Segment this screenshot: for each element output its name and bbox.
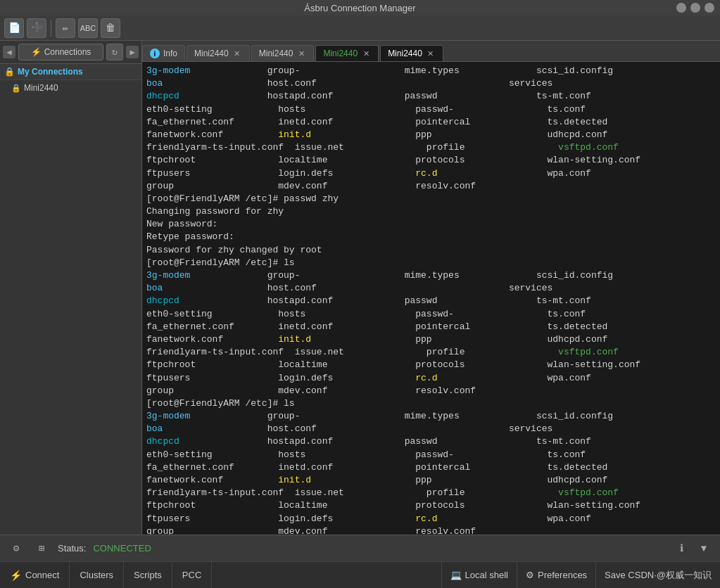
statusbar-info-button[interactable]: ℹ <box>672 539 690 558</box>
terminal-line: 3g-modem group- mime.types scsi_id.confi… <box>146 410 716 423</box>
terminal-line: dhcpcd hostapd.conf passwd ts-mt.conf <box>146 90 716 103</box>
window-controls <box>676 3 714 13</box>
terminal-line: ftpchroot localtime protocols wlan-setti… <box>146 154 716 167</box>
tab-mini2440-1[interactable]: Mini2440 ✕ <box>187 45 250 61</box>
my-connections-icon: 🔒 <box>4 67 15 77</box>
info-icon: i <box>150 49 160 58</box>
pcc-label: PCC <box>182 570 201 580</box>
connect-label: Connect <box>25 570 59 580</box>
terminal-line: Changing password for zhy <box>146 205 716 218</box>
terminal-line: friendlyarm-ts-input.conf issue.net prof… <box>146 141 716 154</box>
sidebar-item-mini2440[interactable]: 🔒 Mini2440 <box>0 80 141 96</box>
preferences-label: Preferences <box>538 570 587 580</box>
refresh-button[interactable]: ↻ <box>106 44 123 60</box>
terminal-line: [root@FriendlyARM /etc]# ls <box>146 397 716 410</box>
statusbar-settings-icon[interactable]: ⚙ <box>7 539 25 558</box>
tab-mini2440-3-label: Mini2440 <box>323 49 358 58</box>
connect-icon: ⚡ <box>10 570 22 581</box>
terminal-line: group mdev.conf resolv.conf <box>146 180 716 193</box>
tab-mini2440-4-close[interactable]: ✕ <box>426 49 436 58</box>
terminal-line: friendlyarm-ts-input.conf issue.net prof… <box>146 487 716 499</box>
edit-button[interactable]: ✏️ <box>56 18 75 38</box>
terminal-line: ftpusers login.defs rc.d wpa.conf <box>146 372 716 385</box>
tab-mini2440-2[interactable]: Mini2440 ✕ <box>251 45 315 61</box>
tab-mini2440-4-label: Mini2440 <box>388 49 422 58</box>
maximize-button[interactable] <box>690 3 700 13</box>
close-button[interactable] <box>705 3 714 13</box>
tab-mini2440-3-close[interactable]: ✕ <box>361 49 371 58</box>
toolbar-separator <box>51 20 51 37</box>
terminal-line: friendlyarm-ts-input.conf issue.net prof… <box>146 346 716 359</box>
terminal-line: Password for zhy changed by root <box>146 244 716 257</box>
nav-forward-button[interactable]: ▶ <box>126 46 139 58</box>
terminal-line: boa host.conf services <box>146 423 716 435</box>
tab-info[interactable]: i Info <box>142 45 185 61</box>
add-button[interactable]: ➕ <box>27 18 46 38</box>
delete-button[interactable]: 🗑 <box>101 18 120 38</box>
terminal-line: ftpusers login.defs rc.d wpa.conf <box>146 167 716 180</box>
terminal-line: dhcpcd hostapd.conf passwd ts-mt.conf <box>146 435 716 448</box>
terminal-line: boa host.conf services <box>146 282 716 295</box>
scripts-button[interactable]: Scripts <box>124 562 172 588</box>
terminal-line: 3g-modem group- mime.types scsi_id.confi… <box>146 65 716 77</box>
terminal-line: group mdev.conf resolv.conf <box>146 385 716 397</box>
bottombar-right: 💻 Local shell ⚙ Preferences Save CSDN·@权… <box>441 562 720 588</box>
terminal[interactable]: 3g-modem group- mime.types scsi_id.confi… <box>142 62 720 535</box>
terminal-line: New password: <box>146 218 716 231</box>
minimize-button[interactable] <box>676 3 686 13</box>
terminal-line: ftpusers login.defs rc.d wpa.conf <box>146 513 716 525</box>
pcc-button[interactable]: PCC <box>172 562 212 588</box>
save-button[interactable]: Save CSDN·@权威一知识 <box>595 562 720 588</box>
my-connections-section: 🔒 My Connections <box>0 64 141 80</box>
clusters-button[interactable]: Clusters <box>70 562 124 588</box>
new-button[interactable]: 📄 <box>4 18 24 38</box>
terminal-line: fanetwork.conf init.d ppp udhcpd.conf <box>146 333 716 346</box>
my-connections-label: My Connections <box>18 67 83 77</box>
statusbar: ⚙ ⊞ Status: CONNECTED ℹ ▼ <box>0 535 720 561</box>
terminal-line: dhcpcd hostapd.conf passwd ts-mt.conf <box>146 295 716 307</box>
tab-mini2440-2-close[interactable]: ✕ <box>296 49 306 58</box>
tab-mini2440-2-label: Mini2440 <box>259 49 293 58</box>
status-label: Status: <box>58 543 86 554</box>
terminal-line: fa_ethernet.conf inetd.conf pointercal t… <box>146 321 716 333</box>
lock-icon: 🔒 <box>11 84 21 93</box>
terminal-line: fanetwork.conf init.d ppp udhcpd.conf <box>146 474 716 487</box>
connect-button[interactable]: ⚡ Connect <box>0 562 70 588</box>
sidebar-nav: ◀ ⚡ Connections ↻ ▶ <box>0 41 141 64</box>
rename-button[interactable]: ABC <box>78 18 98 38</box>
preferences-button[interactable]: ⚙ Preferences <box>517 562 595 588</box>
connections-button[interactable]: ⚡ Connections <box>18 44 103 60</box>
statusbar-expand-icon[interactable]: ⊞ <box>32 539 51 558</box>
terminal-line: eth0-setting hosts passwd- ts.conf <box>146 103 716 116</box>
toolbar: 📄 ➕ ✏️ ABC 🗑 <box>0 15 720 41</box>
tab-mini2440-4[interactable]: Mini2440 ✕ <box>380 45 443 61</box>
nav-back-button[interactable]: ◀ <box>3 46 15 58</box>
clusters-label: Clusters <box>80 570 113 580</box>
terminal-line: ftpchroot localtime protocols wlan-setti… <box>146 359 716 371</box>
terminal-line: [root@FriendlyARM /etc]# passwd zhy <box>146 193 716 205</box>
connections-label: Connections <box>44 47 91 57</box>
sidebar: ◀ ⚡ Connections ↻ ▶ 🔒 My Connections 🔒 M… <box>0 41 142 535</box>
statusbar-down-button[interactable]: ▼ <box>695 539 713 558</box>
local-shell-label: Local shell <box>465 570 508 580</box>
terminal-line: [root@FriendlyARM /etc]# ls <box>146 257 716 269</box>
status-value: CONNECTED <box>93 543 151 554</box>
tab-mini2440-1-label: Mini2440 <box>194 49 229 58</box>
terminal-line: boa host.conf services <box>146 77 716 90</box>
save-label: Save CSDN·@权威一知识 <box>605 569 712 582</box>
terminal-line: fa_ethernet.conf inetd.conf pointercal t… <box>146 461 716 474</box>
local-shell-icon: 💻 <box>450 570 462 580</box>
content-area: i Info Mini2440 ✕ Mini2440 ✕ Mini2440 ✕ … <box>142 41 720 535</box>
preferences-icon: ⚙ <box>526 570 534 580</box>
tab-mini2440-3[interactable]: Mini2440 ✕ <box>315 45 379 61</box>
scripts-label: Scripts <box>134 570 162 580</box>
terminal-line: eth0-setting hosts passwd- ts.conf <box>146 308 716 321</box>
tab-mini2440-1-close[interactable]: ✕ <box>232 49 242 58</box>
local-shell-button[interactable]: 💻 Local shell <box>441 562 517 588</box>
app-title: Ásbru Connection Manager <box>304 3 415 13</box>
terminal-line: ftpchroot localtime protocols wlan-setti… <box>146 499 716 512</box>
titlebar: Ásbru Connection Manager <box>0 0 720 15</box>
tab-bar: i Info Mini2440 ✕ Mini2440 ✕ Mini2440 ✕ … <box>142 41 720 62</box>
sidebar-item-label: Mini2440 <box>24 83 58 93</box>
terminal-line: 3g-modem group- mime.types scsi_id.confi… <box>146 269 716 282</box>
